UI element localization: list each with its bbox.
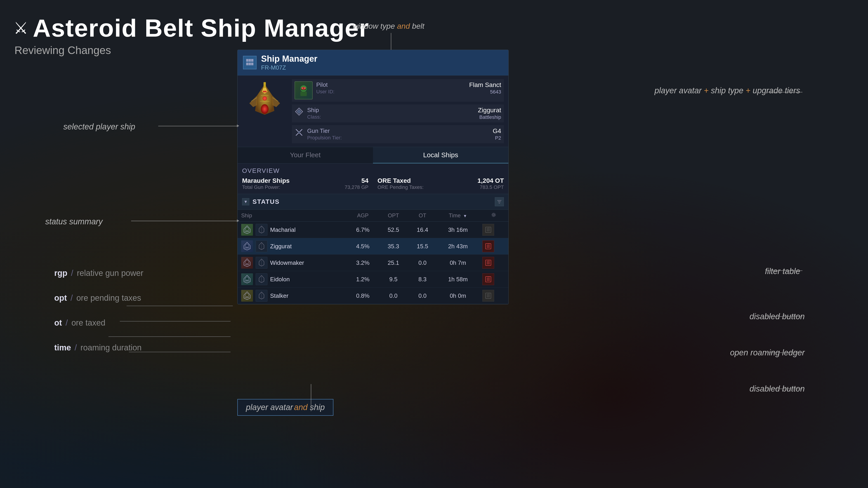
svg-marker-7	[249, 96, 257, 107]
ship-cell-4: Stalker	[238, 288, 347, 304]
svg-rect-3	[246, 63, 248, 65]
opt-cell-0: 52.5	[379, 222, 408, 238]
avatar-ann-connector-h	[766, 92, 802, 92]
overview-stat-group-2: ORE Taxed ORE Pending Taxes: 1,204 OT 78…	[377, 177, 504, 190]
legend-ot-key: ot	[54, 318, 62, 328]
col-agp: AGP	[347, 210, 379, 222]
gun-tier-value: G4	[493, 127, 501, 135]
ship-stat-row: Ship Class: Ziggurat Battleship	[292, 104, 504, 123]
svg-rect-11	[264, 82, 266, 88]
col-ot: OT	[408, 210, 437, 222]
ot-cell-4: 0.0	[408, 288, 437, 304]
tab-local-ships[interactable]: Local Ships	[373, 147, 508, 163]
svg-point-47	[246, 244, 249, 247]
ship-label: Ship	[307, 107, 348, 113]
ot-cell-3: 8.3	[408, 271, 437, 288]
svg-point-69	[246, 277, 249, 280]
avatar-annotation: player avatar + ship type + upgrade tier…	[655, 86, 800, 95]
annotation-window-type: window type	[352, 22, 395, 30]
ship-manager-window: Ship Manager FR-M07Z	[237, 50, 508, 304]
window-title-sub: FR-M07Z	[261, 64, 317, 71]
ship-cell-2: Widowmaker	[238, 255, 347, 271]
svg-point-58	[246, 260, 249, 264]
legend-time-key: time	[54, 343, 71, 352]
selected-ship-arrow	[237, 125, 239, 127]
legend-section: rgp / relative gun power opt / ore pendi…	[54, 268, 143, 352]
svg-rect-20	[301, 92, 307, 96]
action-cell-3	[479, 271, 508, 288]
bottom-ann-text2: ship	[310, 402, 325, 412]
overview-stat-value-sub-1: 73,278 GP	[345, 184, 368, 190]
action-button-3[interactable]	[483, 273, 494, 285]
svg-point-29	[298, 131, 300, 133]
ship-class-value: Battleship	[478, 114, 501, 120]
svg-rect-5	[251, 63, 253, 65]
table-row[interactable]: Ziggurat 4.5%35.315.52h 43m	[238, 238, 508, 255]
overview-stat-sub-1: Total Gun Power:	[242, 184, 289, 190]
status-summary-annotation: status summary	[45, 217, 103, 226]
ship-class-icon	[294, 107, 304, 116]
overview-row-2: ORE Taxed ORE Pending Taxes: 1,204 OT 78…	[377, 177, 504, 190]
tab-bar: Your Fleet Local Ships	[238, 147, 508, 164]
ot-cell-2: 0.0	[408, 255, 437, 271]
legend-rgp: rgp / relative gun power	[54, 268, 143, 278]
ship-cell-0: Macharial	[238, 222, 347, 238]
legend-slash-2: /	[70, 293, 73, 303]
ship-name-value: Ziggurat	[478, 107, 501, 114]
annotation-belt: belt	[412, 22, 425, 30]
legend-rgp-connector	[127, 306, 233, 306]
ship-class-label: Class:	[307, 114, 474, 120]
legend-time-connector	[129, 352, 230, 352]
action-button-2[interactable]	[483, 257, 494, 269]
svg-point-18	[264, 97, 266, 100]
status-header: ▼ Status	[238, 194, 508, 210]
svg-rect-0	[246, 59, 248, 62]
action-cell-2	[479, 255, 508, 271]
action-cell-0	[479, 222, 508, 238]
overview-stat-group-1: Marauder Ships Total Gun Power: 54 73,27…	[242, 177, 368, 190]
ship-cell-3: Eidolon	[238, 271, 347, 288]
ship-image	[246, 80, 284, 119]
overview-stat-value-2: 1,204 OT	[477, 177, 504, 184]
status-summary-arrow	[237, 219, 239, 222]
svg-point-36	[246, 228, 249, 231]
svg-rect-4	[249, 63, 251, 65]
svg-point-33	[493, 214, 495, 216]
action-button-1[interactable]	[483, 240, 494, 252]
tab-your-fleet[interactable]: Your Fleet	[238, 147, 373, 163]
col-time[interactable]: Time ▼	[437, 210, 479, 222]
table-row[interactable]: Widowmaker 3.2%25.10.00h 7m	[238, 255, 508, 271]
status-title: Status	[252, 198, 495, 205]
ship-name-2: Widowmaker	[270, 259, 304, 266]
filter-ann-connector	[766, 270, 802, 271]
legend-time: time / roaming duration	[54, 343, 143, 352]
bottom-annotation: player avatar and ship	[237, 399, 333, 416]
ship-cell-1: Ziggurat	[238, 238, 347, 255]
action-cell-1	[479, 238, 508, 255]
status-collapse-button[interactable]: ▼	[242, 198, 249, 205]
ship-name-1: Ziggurat	[270, 243, 291, 250]
pilot-stat-row: Pilot User ID: Flam Sanct 5643	[292, 79, 504, 102]
legend-slash-4: /	[74, 343, 77, 352]
avatar-ann-text3: upgrade tiers	[753, 86, 800, 95]
legend-opt-key: opt	[54, 293, 67, 303]
annotation-and-1: and	[397, 22, 412, 30]
avatar-ann-plus1: +	[704, 86, 711, 95]
action-button-0	[483, 224, 494, 236]
legend-ot-connector	[108, 336, 230, 337]
time-cell-2: 0h 7m	[437, 255, 479, 271]
overview-row-1: Marauder Ships Total Gun Power: 54 73,27…	[242, 177, 368, 190]
app-title-text: Asteroid Belt Ship Manager	[33, 13, 369, 42]
agp-cell-1: 4.5%	[347, 238, 379, 255]
table-row[interactable]: Eidolon 1.2%9.58.31h 58m	[238, 271, 508, 288]
legend-ot-desc: ore taxed	[71, 318, 105, 328]
table-row[interactable]: Macharial 6.7%52.516.43h 16m	[238, 222, 508, 238]
bottom-annotation-container: player avatar and ship	[237, 399, 333, 416]
ot-cell-1: 15.5	[408, 238, 437, 255]
selected-player-ship-annotation: selected player ship	[63, 122, 135, 131]
table-row[interactable]: Stalker 0.8%0.00.00h 0m	[238, 288, 508, 304]
overview-stat-name-1: Marauder Ships	[242, 177, 289, 184]
filter-button[interactable]	[495, 197, 504, 206]
pilot-avatar	[294, 81, 313, 99]
legend-time-desc: roaming duration	[81, 343, 142, 352]
